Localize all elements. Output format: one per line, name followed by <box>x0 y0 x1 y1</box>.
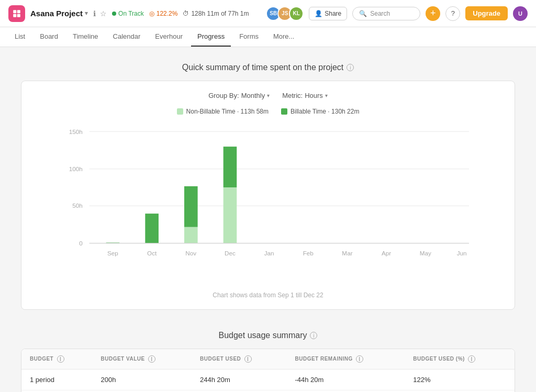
legend-dot-billable <box>281 108 287 115</box>
budget-row-budget: Overall All Dates <box>21 390 92 393</box>
time-label: 128h 11m of 77h 1m <box>191 10 249 17</box>
tab-more[interactable]: More... <box>267 27 300 47</box>
budget-table: Budget i Budget Value i Budget Used i Bu… <box>21 349 515 392</box>
project-title-chevron[interactable]: ▾ <box>85 10 88 17</box>
tab-everhour[interactable]: Everhour <box>149 27 189 47</box>
budget-row-used: 244h 20m <box>192 390 286 393</box>
svg-rect-1 <box>17 10 20 13</box>
svg-text:Dec: Dec <box>225 250 236 256</box>
legend-label-non-billable: Non-Billable Time · 113h 58m <box>186 108 269 115</box>
col-budget-value-info[interactable]: i <box>148 355 155 363</box>
budget-summary-remaining: -44h 20m <box>286 369 405 390</box>
nav-tabs: List Board Timeline Calendar Everhour Pr… <box>0 27 536 47</box>
col-budget-remaining-info[interactable]: i <box>356 355 363 363</box>
budget-title-text: Budget usage summary <box>219 331 307 340</box>
legend-non-billable: Non-Billable Time · 113h 58m <box>177 108 269 115</box>
svg-text:Mar: Mar <box>342 250 352 256</box>
col-budget-remaining-label: Budget Remaining <box>295 356 352 362</box>
group-by-control[interactable]: Group By: Monthly ▾ <box>208 92 270 99</box>
svg-text:0: 0 <box>79 240 83 247</box>
svg-text:100h: 100h <box>69 165 83 172</box>
col-budget-pct-info[interactable]: i <box>468 355 475 363</box>
budget-table-header: Budget i Budget Value i Budget Used i Bu… <box>21 349 515 369</box>
tab-timeline[interactable]: Timeline <box>66 27 105 47</box>
topbar-right: SB JS KL 👤 Share 🔍 Search + ? Upgrade U <box>266 6 528 21</box>
share-button[interactable]: 👤 Share <box>309 7 347 20</box>
chart-footnote: Chart shows data from Sep 1 till Dec 22 <box>32 292 504 299</box>
upgrade-button[interactable]: Upgrade <box>465 6 508 20</box>
metric-label: Metric: <box>282 92 303 99</box>
budget-card: Budget i Budget Value i Budget Used i Bu… <box>21 349 515 392</box>
topbar-meta-icons: ℹ ☆ <box>93 9 107 18</box>
budget-summary-pct: 122% <box>405 369 515 390</box>
status-label: On Track <box>118 10 144 17</box>
svg-text:Nov: Nov <box>185 250 196 256</box>
share-icon: 👤 <box>315 10 322 17</box>
bar-dec-billable <box>224 147 237 187</box>
budget-pct-label: 122.2% <box>157 10 178 17</box>
bar-oct-billable <box>145 214 159 243</box>
time-indicator: ⏱ 128h 11m of 77h 1m <box>183 10 249 17</box>
col-budget-info[interactable]: i <box>57 355 64 363</box>
main-content: Quick summary of time spent on the proje… <box>0 47 536 392</box>
budget-summary-value: 200h <box>92 369 192 390</box>
budget-row-remaining: -44h 20m <box>286 390 405 393</box>
tab-list[interactable]: List <box>8 27 31 47</box>
svg-text:Feb: Feb <box>303 250 314 256</box>
budget-summary-budget: 1 period <box>21 369 92 390</box>
col-budget-value-label: Budget Value <box>100 356 144 362</box>
col-budget-label: Budget <box>30 356 53 362</box>
budget-circle-icon: ◎ <box>149 10 154 17</box>
bar-nov-billable <box>184 186 198 227</box>
budget-summary-row: 1 period 200h 244h 20m -44h 20m 122% <box>21 369 515 390</box>
svg-rect-0 <box>13 10 16 13</box>
metric-control[interactable]: Metric: Hours ▾ <box>282 92 328 99</box>
svg-text:Jun: Jun <box>457 250 467 256</box>
status-badge[interactable]: On Track <box>112 10 144 17</box>
chart-legend: Non-Billable Time · 113h 58m Billable Ti… <box>32 108 504 115</box>
legend-label-billable: Billable Time · 130h 22m <box>291 108 359 115</box>
user-avatar[interactable]: U <box>513 6 528 21</box>
group-by-label: Group By: <box>208 92 239 99</box>
budget-section-title: Budget usage summary i <box>21 331 515 340</box>
svg-text:150h: 150h <box>69 128 83 135</box>
col-budget-value: Budget Value i <box>92 349 192 369</box>
tab-calendar[interactable]: Calendar <box>107 27 147 47</box>
chart-card: Group By: Monthly ▾ Metric: Hours ▾ Non-… <box>21 81 515 310</box>
budget-info-icon[interactable]: i <box>310 332 317 339</box>
add-button[interactable]: + <box>426 6 440 21</box>
legend-dot-non-billable <box>177 108 183 115</box>
tab-forms[interactable]: Forms <box>233 27 265 47</box>
tab-board[interactable]: Board <box>34 27 64 47</box>
project-name: Asana Project <box>30 9 83 18</box>
budget-indicator: ◎ 122.2% <box>149 10 178 17</box>
status-dot <box>112 12 116 16</box>
svg-text:Sep: Sep <box>107 250 118 256</box>
col-budget: Budget i <box>21 349 92 369</box>
share-label: Share <box>325 10 341 17</box>
metric-chevron: ▾ <box>325 93 328 98</box>
info-icon[interactable]: ℹ <box>93 9 96 18</box>
star-icon[interactable]: ☆ <box>100 9 107 18</box>
budget-summary-used: 244h 20m <box>192 369 286 390</box>
col-budget-used-label: Budget Used <box>200 356 241 362</box>
clock-icon: ⏱ <box>183 10 189 17</box>
bar-dec-non-billable <box>224 187 237 243</box>
chart-info-icon[interactable]: i <box>347 64 354 71</box>
col-budget-pct-label: Budget Used (%) <box>413 356 465 362</box>
svg-rect-2 <box>13 14 16 17</box>
project-title: Asana Project ▾ <box>30 9 88 18</box>
svg-text:May: May <box>420 250 431 256</box>
col-budget-pct: Budget Used (%) i <box>405 349 515 369</box>
svg-rect-3 <box>17 14 20 17</box>
app-icon[interactable] <box>8 5 25 22</box>
tab-progress[interactable]: Progress <box>191 27 231 47</box>
bar-chart: 150h 100h 50h 0 Sep Oct Nov <box>32 120 504 288</box>
search-box[interactable]: 🔍 Search <box>352 7 420 20</box>
chart-title-text: Quick summary of time spent on the proje… <box>182 63 344 72</box>
help-button[interactable]: ? <box>445 6 460 21</box>
col-budget-used-info[interactable]: i <box>244 355 252 363</box>
col-budget-remaining: Budget Remaining i <box>286 349 405 369</box>
topbar: Asana Project ▾ ℹ ☆ On Track ◎ 122.2% ⏱ … <box>0 0 536 27</box>
bar-nov-non-billable <box>184 227 198 243</box>
